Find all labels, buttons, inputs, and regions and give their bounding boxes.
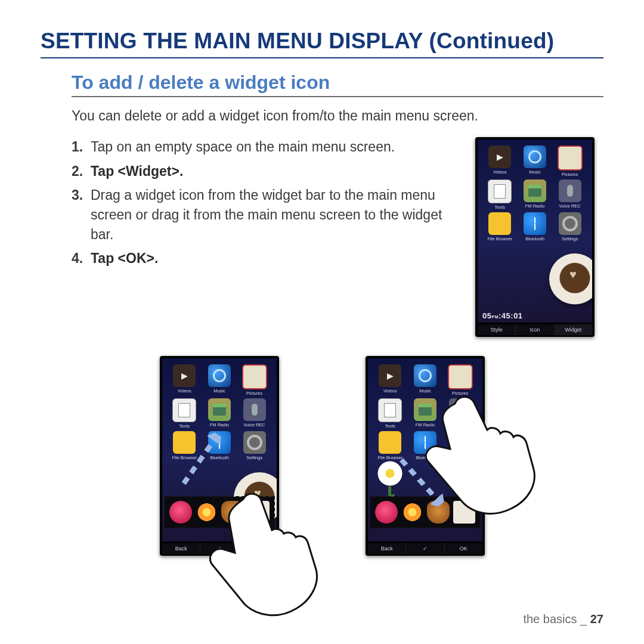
app-label: Texts [495, 205, 506, 210]
softkey-back[interactable]: Back [368, 543, 406, 554]
app-label: File Browser [487, 236, 512, 242]
hand-illustration [202, 493, 345, 630]
videos-icon [173, 364, 196, 387]
app-label: Settings [562, 236, 578, 242]
bluetooth-icon [524, 212, 546, 235]
section-rule [72, 96, 603, 97]
app-label: Music [529, 169, 541, 175]
intro-text: You can delete or add a widget icon from… [41, 107, 603, 125]
app-settings[interactable]: Settings [553, 212, 586, 242]
app-label: Bluetooth [525, 236, 544, 242]
mode-icon[interactable]: Icon [516, 324, 554, 335]
app-texts[interactable]: Texts [484, 179, 516, 210]
file-browser-icon [488, 212, 511, 235]
pictures-icon [242, 364, 267, 389]
settings-icon [559, 212, 581, 235]
app-music[interactable]: Music [519, 145, 552, 177]
videos-icon [488, 145, 511, 168]
widget-clock-icon[interactable] [375, 501, 398, 524]
mode-bar: Style Icon Widget [478, 324, 592, 335]
texts-icon [378, 398, 402, 422]
step-item: 2.Tap <Widget>. [72, 162, 465, 181]
step-list: 1.Tap on an empty space on the main menu… [72, 137, 465, 268]
step-text: Tap on an empty space on the main menu s… [91, 137, 465, 157]
figure-phone-top: Videos Music Pictures Texts FM Radio Voi… [475, 137, 595, 337]
pictures-icon [558, 145, 583, 171]
step-text: Tap <Widget>. [91, 162, 465, 181]
file-browser-icon [379, 431, 401, 454]
step-item: 3.Drag a widget icon from the widget bar… [72, 185, 465, 244]
step-text: Drag a widget icon from the widget bar t… [91, 185, 465, 244]
music-icon [414, 364, 436, 387]
fm-radio-icon [208, 398, 231, 421]
app-label: Pictures [562, 172, 578, 177]
music-icon [208, 364, 231, 387]
texts-icon [488, 179, 512, 203]
settings-icon [243, 431, 266, 454]
mode-widget[interactable]: Widget [555, 324, 592, 335]
app-grid: Videos Music Pictures Texts FM Radio Voi… [478, 140, 592, 242]
hand-illustration [419, 392, 562, 529]
app-file-browser[interactable]: File Browser [484, 212, 516, 242]
voice-rec-icon [559, 179, 581, 202]
heading-rule [41, 57, 603, 58]
softkey-ok[interactable]: OK [445, 543, 482, 554]
step-num: 4. [72, 249, 85, 268]
coffee-cup-decoration [549, 253, 592, 305]
softkey-middle[interactable]: ✓ [406, 543, 444, 554]
texts-icon [172, 398, 196, 422]
page-heading: SETTING THE MAIN MENU DISPLAY (Continued… [41, 29, 603, 54]
music-icon [524, 145, 546, 168]
app-bluetooth[interactable]: Bluetooth [519, 212, 552, 242]
section-heading: To add / delete a widget icon [41, 72, 603, 94]
mode-style[interactable]: Style [478, 324, 516, 335]
app-label: Videos [493, 169, 507, 175]
step-item: 1.Tap on an empty space on the main menu… [72, 137, 465, 157]
figure-row: Videos Music Pictures Texts FM Radio Voi… [41, 356, 603, 606]
app-voice-rec[interactable]: Voice REC [553, 179, 586, 210]
app-label: Voice REC [559, 203, 581, 209]
step-item: 4.Tap <OK>. [72, 249, 465, 268]
pictures-icon [448, 364, 473, 389]
app-fm-radio[interactable]: FM Radio [519, 179, 552, 210]
softkey-back[interactable]: Back [162, 543, 200, 554]
step-num: 1. [72, 137, 85, 157]
widget-clock-icon[interactable] [169, 501, 192, 524]
step-text: Tap <OK>. [91, 249, 465, 268]
voice-rec-icon [243, 398, 266, 421]
page-footer: the basics _ 27 [523, 612, 603, 626]
file-browser-icon [173, 431, 196, 454]
clock-readout: 05PM:45:01 [482, 311, 523, 320]
step-num: 3. [72, 185, 85, 244]
app-videos[interactable]: Videos [484, 145, 516, 177]
app-pictures[interactable]: Pictures [553, 145, 586, 177]
step-num: 2. [72, 162, 85, 181]
videos-icon [379, 364, 401, 387]
app-label: FM Radio [525, 203, 545, 209]
fm-radio-icon [524, 179, 546, 202]
